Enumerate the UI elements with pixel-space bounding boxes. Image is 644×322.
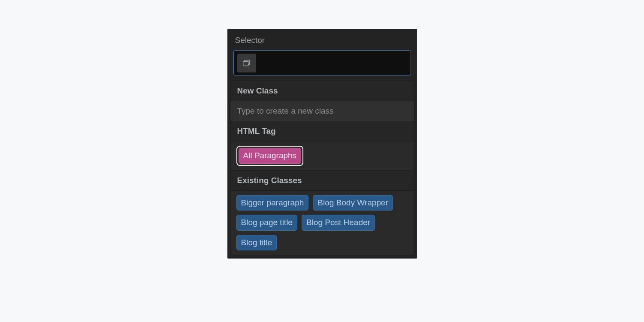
section-header-existing-classes: Existing Classes [230, 171, 414, 191]
class-option[interactable]: Blog Post Header [302, 215, 375, 231]
svg-rect-0 [243, 61, 248, 66]
class-option[interactable]: Blog page title [236, 215, 297, 231]
selector-icon [242, 58, 251, 68]
selector-type-button[interactable] [237, 54, 256, 72]
new-class-hint: Type to create a new class [230, 101, 414, 121]
svg-point-1 [248, 60, 250, 61]
class-option[interactable]: Blog title [236, 235, 277, 251]
selector-input[interactable] [260, 54, 407, 72]
html-tag-items: All Paragraphs [230, 141, 414, 171]
html-tag-option-wrap: All Paragraphs [236, 146, 304, 166]
panel-title: Selector [235, 36, 409, 45]
class-option[interactable]: Bigger paragraph [236, 195, 309, 211]
section-header-new-class: New Class [230, 81, 414, 101]
selector-dropdown: New Class Type to create a new class HTM… [230, 81, 414, 255]
selector-panel: Selector New Class Type to create a new … [227, 29, 417, 259]
panel-header: Selector [227, 29, 417, 50]
existing-classes-items: Bigger paragraph Blog Body Wrapper Blog … [230, 191, 414, 255]
section-header-html-tag: HTML Tag [230, 121, 414, 141]
class-option[interactable]: Blog Body Wrapper [313, 195, 393, 211]
html-tag-option[interactable]: All Paragraphs [239, 148, 302, 164]
selector-input-row[interactable] [233, 50, 411, 75]
